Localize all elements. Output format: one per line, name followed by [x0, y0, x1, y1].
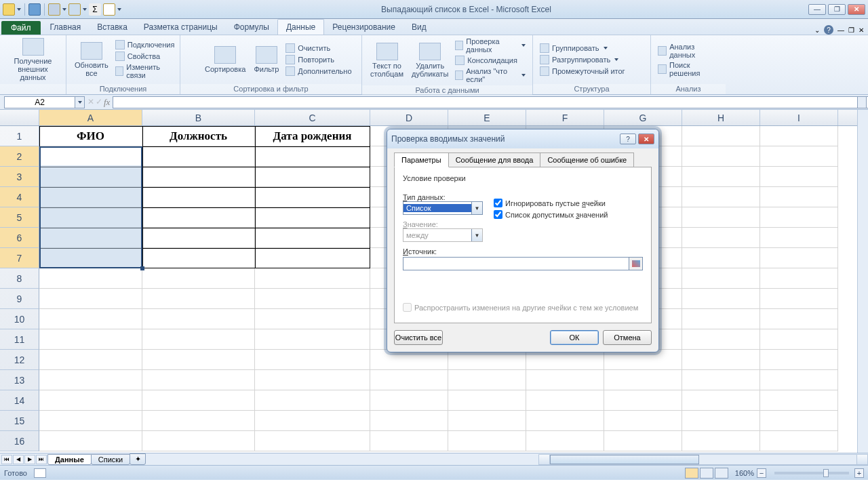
row-header[interactable]: 3: [0, 167, 39, 187]
solver-button[interactable]: Поиск решения: [655, 60, 722, 78]
column-header[interactable]: I: [760, 110, 838, 125]
row-header[interactable]: 10: [0, 309, 39, 329]
row-header[interactable]: 15: [0, 411, 39, 431]
ungroup-button[interactable]: Разгруппировать: [537, 54, 628, 65]
what-if-button[interactable]: Анализ "что если": [452, 66, 528, 84]
normal-view-button[interactable]: [685, 468, 698, 479]
save-icon[interactable]: [28, 3, 41, 16]
maximize-button[interactable]: ❐: [828, 4, 846, 15]
sheet-tab-lists[interactable]: Списки: [91, 454, 131, 465]
edit-links-button[interactable]: Изменить связи: [113, 62, 178, 80]
last-sheet-button[interactable]: ⏭: [36, 455, 47, 464]
zoom-out-button[interactable]: −: [757, 468, 766, 478]
connections-button[interactable]: Подключения: [113, 39, 178, 50]
tab-home[interactable]: Главная: [42, 20, 90, 35]
prev-sheet-button[interactable]: ◀: [13, 455, 24, 464]
clear-all-button[interactable]: Очистить все: [394, 330, 443, 345]
formula-input[interactable]: [113, 96, 868, 108]
row-header[interactable]: 16: [0, 431, 39, 451]
consolidate-button[interactable]: Консолидация: [452, 55, 528, 66]
sort-asc-icon[interactable]: [184, 43, 198, 60]
macro-record-icon[interactable]: [34, 468, 46, 478]
cancel-button[interactable]: Отмена: [603, 330, 652, 345]
tab-page-layout[interactable]: Разметка страницы: [136, 20, 226, 35]
row-header[interactable]: 6: [0, 228, 39, 248]
tab-formulas[interactable]: Формулы: [226, 20, 277, 35]
row-header[interactable]: 13: [0, 370, 39, 390]
new-sheet-button[interactable]: ✦: [130, 453, 146, 465]
page-break-view-button[interactable]: [715, 468, 728, 479]
sort-button[interactable]: Сортировка: [201, 45, 250, 75]
dialog-tab-input-message[interactable]: Сообщение для ввода: [448, 152, 541, 167]
doc-close-icon[interactable]: ✕: [859, 26, 864, 34]
tab-view[interactable]: Вид: [403, 20, 435, 35]
range-picker-button[interactable]: [629, 257, 643, 270]
minimize-button[interactable]: —: [808, 4, 826, 15]
new-icon[interactable]: [103, 3, 115, 16]
sheet-tab-data[interactable]: Данные: [47, 454, 92, 465]
vertical-scrollbar[interactable]: [857, 110, 868, 453]
row-header[interactable]: 5: [0, 207, 39, 228]
reapply-button[interactable]: Повторить: [283, 54, 354, 65]
column-header[interactable]: B: [142, 110, 255, 125]
column-header[interactable]: H: [682, 110, 760, 125]
row-header[interactable]: 2: [0, 146, 39, 167]
name-box[interactable]: A2: [4, 96, 75, 108]
ok-button[interactable]: ОК: [550, 330, 599, 345]
tab-file[interactable]: Файл: [1, 21, 41, 35]
minimize-ribbon-icon[interactable]: ⌄: [814, 26, 820, 34]
page-layout-view-button[interactable]: [700, 468, 713, 479]
get-external-data-button[interactable]: Получение внешних данных: [4, 37, 62, 83]
dialog-help-button[interactable]: ?: [620, 134, 636, 144]
row-header[interactable]: 8: [0, 268, 39, 289]
group-button[interactable]: Группировать: [537, 43, 628, 54]
fx-icon[interactable]: fx: [104, 97, 110, 108]
dialog-tab-parameters[interactable]: Параметры: [394, 152, 449, 167]
tab-insert[interactable]: Вставка: [89, 20, 136, 35]
doc-minimize-icon[interactable]: —: [837, 26, 844, 34]
row-header[interactable]: 4: [0, 187, 39, 207]
tab-data[interactable]: Данные: [277, 19, 324, 35]
tab-review[interactable]: Рецензирование: [324, 20, 403, 35]
zoom-in-button[interactable]: +: [854, 468, 864, 478]
qat-customize-drop[interactable]: [117, 8, 121, 11]
subtotal-button[interactable]: Промежуточный итог: [537, 66, 628, 77]
text-to-columns-button[interactable]: Текст по столбцам: [366, 41, 408, 79]
select-all-corner[interactable]: [0, 110, 39, 125]
type-combobox[interactable]: Список▼: [403, 201, 483, 215]
zoom-slider[interactable]: [774, 472, 849, 474]
row-header[interactable]: 12: [0, 350, 39, 370]
horizontal-scrollbar[interactable]: [538, 454, 868, 465]
qat-menu-drop[interactable]: [17, 8, 21, 11]
hide-detail-icon[interactable]: [631, 60, 640, 70]
doc-restore-icon[interactable]: ❐: [848, 26, 854, 34]
first-sheet-button[interactable]: ⏮: [1, 455, 12, 464]
column-header[interactable]: A: [39, 110, 142, 125]
zoom-label[interactable]: 160%: [735, 469, 754, 477]
sort-desc-icon[interactable]: [184, 60, 198, 77]
data-validation-button[interactable]: Проверка данных: [452, 37, 528, 54]
chevron-down-icon[interactable]: ▼: [471, 202, 482, 214]
next-sheet-button[interactable]: ▶: [24, 455, 35, 464]
column-header[interactable]: D: [370, 110, 448, 125]
filter-button[interactable]: Фильтр: [250, 45, 283, 75]
dialog-titlebar[interactable]: Проверка вводимых значений ? ✕: [387, 129, 658, 148]
row-header[interactable]: 9: [0, 289, 39, 309]
column-header[interactable]: F: [526, 110, 604, 125]
undo-icon[interactable]: [68, 3, 81, 16]
refresh-all-button[interactable]: Обновить все: [71, 41, 113, 79]
row-header[interactable]: 14: [0, 390, 39, 411]
close-button[interactable]: ✕: [848, 4, 865, 15]
column-header[interactable]: C: [255, 110, 370, 125]
expand-formula-bar[interactable]: [857, 96, 867, 108]
excel-icon[interactable]: [3, 3, 15, 16]
column-header[interactable]: G: [604, 110, 682, 125]
row-header[interactable]: 11: [0, 329, 39, 350]
dialog-close-button[interactable]: ✕: [638, 134, 654, 144]
advanced-filter-button[interactable]: Дополнительно: [283, 66, 354, 77]
help-icon[interactable]: ?: [824, 25, 833, 35]
column-header[interactable]: E: [448, 110, 526, 125]
show-detail-icon[interactable]: [631, 50, 640, 60]
remove-duplicates-button[interactable]: Удалить дубликаты: [408, 41, 452, 79]
properties-button[interactable]: Свойства: [113, 51, 178, 62]
